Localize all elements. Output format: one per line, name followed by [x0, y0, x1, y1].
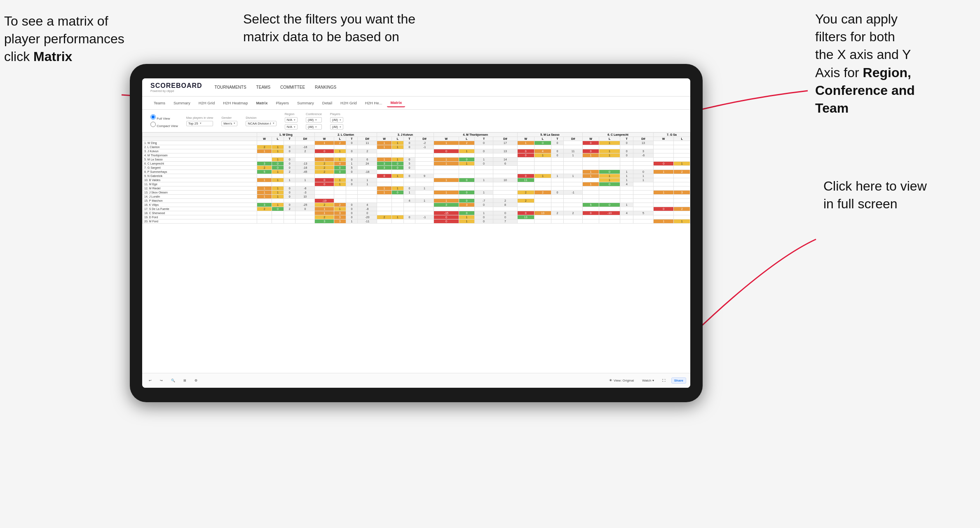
matrix-cell: 0: [583, 149, 599, 153]
matrix-cell: 1: [403, 191, 415, 195]
matrix-cell: [517, 203, 534, 207]
watch-btn[interactable]: Watch ▾: [640, 378, 656, 383]
filter-conf-select2[interactable]: (All): [306, 124, 322, 130]
zoom-btn[interactable]: 🔍: [169, 378, 178, 383]
matrix-cell: [563, 199, 582, 203]
view-compact-label[interactable]: Compact View: [150, 122, 178, 128]
matrix-cell: [403, 203, 415, 207]
row-label: 9. N Gabrelcik: [143, 174, 257, 178]
filter-region-select[interactable]: N/A: [285, 117, 298, 123]
filter-players-select[interactable]: (All): [330, 117, 343, 123]
settings-btn[interactable]: ⚙: [192, 378, 200, 383]
matrix-cell: 2: [315, 203, 334, 207]
subnav-summary2[interactable]: Summary: [294, 99, 317, 107]
subnav-detail[interactable]: Detail: [319, 99, 335, 107]
subnav-teams[interactable]: Teams: [150, 99, 169, 107]
filter-region-select2[interactable]: N/A: [285, 124, 298, 130]
grid-btn[interactable]: ⊞: [181, 378, 189, 383]
matrix-cell: 0: [459, 158, 475, 162]
matrix-table: 1. W Ding 2. L Clanton 3. J Koivun 4. M …: [142, 132, 690, 224]
matrix-cell: [653, 199, 673, 203]
table-row: 15. P Maichon-194110-722: [143, 199, 690, 203]
matrix-cell: [346, 195, 358, 199]
redo-btn[interactable]: ↪: [157, 378, 165, 383]
matrix-cell: [403, 211, 415, 215]
sub-w1: W: [257, 137, 272, 141]
subnav-summary[interactable]: Summary: [170, 99, 194, 107]
share-btn[interactable]: Share: [671, 377, 686, 384]
app-header: SCOREBOARD Powered by clippd TOURNAMENTS…: [142, 78, 690, 97]
subnav-h2hgrid2[interactable]: H2H Grid: [337, 99, 360, 107]
nav-teams[interactable]: TEAMS: [256, 83, 270, 91]
matrix-cell: 0: [474, 215, 493, 219]
subnav-matrix-active[interactable]: Matrix: [387, 99, 405, 107]
matrix-cell: [551, 207, 564, 211]
matrix-cell: [620, 186, 633, 191]
matrix-cell: 1: [474, 211, 493, 215]
nav-rankings[interactable]: RANKINGS: [315, 83, 336, 91]
filter-conf-select[interactable]: (All): [306, 117, 322, 123]
matrix-cell: [474, 207, 493, 211]
matrix-cell: 2: [284, 207, 295, 211]
filter-gender-select[interactable]: Men's: [221, 121, 237, 126]
screen-btn[interactable]: ⛶: [660, 378, 668, 383]
matrix-cell: 0: [284, 158, 295, 162]
matrix-cell: 0: [346, 178, 358, 182]
subnav-h2hheatmap[interactable]: H2H Heatmap: [220, 99, 251, 107]
matrix-cell: [633, 191, 653, 195]
matrix-cell: [415, 211, 434, 215]
matrix-area[interactable]: 1. W Ding 2. L Clanton 3. J Koivun 4. M …: [142, 132, 690, 377]
subnav-h2hhe[interactable]: H2H He...: [362, 99, 386, 107]
matrix-cell: 9: [415, 174, 434, 178]
matrix-cell: 0: [583, 211, 599, 215]
matrix-cell: [257, 182, 272, 186]
matrix-cell: [459, 174, 475, 178]
undo-btn[interactable]: ↩: [146, 378, 154, 383]
matrix-cell: [377, 153, 392, 158]
app-logo-sub: Powered by clippd: [150, 90, 202, 92]
matrix-cell: [633, 215, 653, 219]
subnav-h2hgrid[interactable]: H2H Grid: [195, 99, 218, 107]
matrix-cell: [653, 166, 673, 170]
subnav-matrix[interactable]: Matrix: [253, 99, 271, 107]
view-compact-text: Compact View: [157, 124, 178, 128]
matrix-cell: [583, 215, 599, 219]
row-label: 10. B Valdes: [143, 178, 257, 182]
matrix-cell: [563, 141, 582, 145]
matrix-cell: [272, 211, 284, 215]
matrix-cell: 1: [377, 141, 392, 145]
matrix-cell: 2: [295, 149, 315, 153]
view-full-label[interactable]: Full View: [150, 114, 178, 120]
matrix-cell: [295, 219, 315, 224]
view-full-radio[interactable]: [150, 114, 156, 120]
sub-w2: W: [315, 137, 334, 141]
view-original-btn[interactable]: 👁 View: Original: [607, 378, 636, 383]
matrix-cell: 2: [315, 215, 334, 219]
table-row: 3. J Koivun1102010201013040110103: [143, 149, 690, 153]
nav-committee[interactable]: COMMITTEE: [280, 83, 305, 91]
matrix-cell: 24: [358, 162, 377, 166]
matrix-cell: 0: [459, 199, 475, 203]
matrix-cell: [534, 182, 551, 186]
matrix-cell: 4: [620, 182, 633, 186]
matrix-cell: -16: [295, 166, 315, 170]
matrix-cell: -10: [599, 211, 620, 215]
matrix-cell: [474, 186, 493, 191]
row-label: 11. M Ege: [143, 182, 257, 186]
matrix-cell: 1: [434, 162, 459, 166]
subnav-players[interactable]: Players: [272, 99, 292, 107]
matrix-cell: 0: [599, 182, 620, 186]
ann-bottomright-l1: Click here to view: [823, 179, 927, 193]
filter-max-select[interactable]: Top 25: [186, 121, 213, 126]
matrix-cell: [493, 170, 517, 174]
matrix-cell: [403, 178, 415, 182]
matrix-cell: [415, 158, 434, 162]
nav-tournaments[interactable]: TOURNAMENTS: [215, 83, 246, 91]
view-compact-radio[interactable]: [150, 122, 156, 127]
matrix-cell: 1: [272, 203, 284, 207]
matrix-cell: [534, 219, 551, 224]
matrix-cell: 1: [599, 149, 620, 153]
filter-division-select[interactable]: NCAA Division I: [246, 121, 276, 126]
filter-players-select2[interactable]: (All): [330, 124, 343, 130]
matrix-cell: [392, 211, 403, 215]
